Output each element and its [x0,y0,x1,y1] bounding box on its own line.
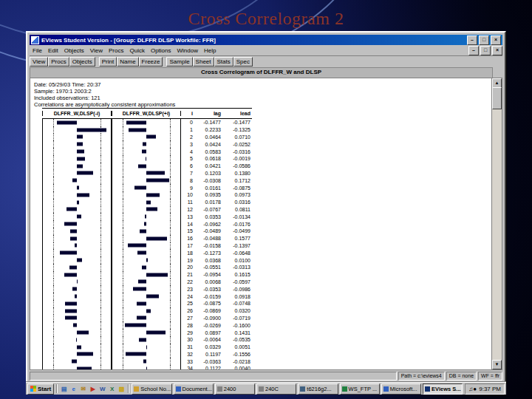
menu-options[interactable]: Options [148,47,174,54]
tool-button-procs[interactable]: Procs [48,57,69,66]
confidence-band-line [123,170,123,177]
table-row: 110.01780.0316 [42,199,252,206]
task-button[interactable]: 240C [256,383,296,395]
ie-icon[interactable]: e [69,385,78,393]
lead-plot-cell-bar [146,200,151,204]
cell-lead: 0.1615 [222,272,252,277]
menu-view[interactable]: View [87,47,106,54]
lead-plot-cell-bar [138,280,146,284]
lead-plot-cell-bar [146,366,147,370]
menu-window[interactable]: Window [174,47,201,54]
confidence-band-line [100,228,101,235]
task-button[interactable]: WS_FTP ... [340,383,380,395]
status-command-area[interactable] [30,372,397,381]
lag-plot-cell-bar [77,171,93,175]
tool-button-freeze[interactable]: Freeze [139,57,163,66]
task-button[interactable]: EViews S... [423,383,463,395]
child-close-button[interactable]: × [492,46,502,55]
tool-button-sheet[interactable]: Sheet [193,57,214,66]
confidence-band-line [53,177,54,184]
confidence-band-line [170,307,171,315]
task-button-label: EViews S... [432,386,460,392]
cell-lag: 0.0421 [193,163,222,168]
start-button[interactable]: Start [27,383,54,395]
folder-icon[interactable]: ▨ [117,385,126,393]
confidence-band-line [123,155,123,163]
child-minimize-button[interactable]: – [468,46,479,55]
cell-lag: -0.0962 [193,222,222,227]
window-titlebar[interactable]: EViews Student Version - [Group: DLFFR D… [30,35,502,45]
tool-button-view[interactable]: View [30,57,48,66]
window-maximize-button[interactable]: □ [479,35,489,45]
lead-plot-cell-bar [140,229,146,233]
tool-button-objects[interactable]: Objects [69,57,95,66]
lead-plot-cell-bar [134,186,146,190]
lead-plot-cell [112,293,181,300]
tool-button-spec[interactable]: Spec [233,57,253,66]
lead-plot-cell-bar [146,309,151,313]
window-close-button[interactable]: × [491,35,501,45]
task-button-label: WS_FTP ... [349,386,378,392]
scrollbar-thumb[interactable] [492,87,502,109]
confidence-band-line [100,235,101,242]
lag-plot-cell [42,307,112,315]
tool-button-sample[interactable]: Sample [166,57,192,66]
child-window-controls: –□× [468,46,502,55]
confidence-band-line [53,329,54,336]
tool-button-name[interactable]: Name [117,57,138,66]
confidence-band-line [53,220,54,228]
lag-plot-cell-bar [65,301,77,305]
scroll-down-icon[interactable]: ▼ [492,360,502,369]
confidence-band-line [53,213,54,220]
confidence-band-line [123,300,123,307]
confidence-band-line [123,235,123,242]
task-button[interactable]: 2400 [215,383,255,395]
confidence-band-line [170,249,171,256]
menu-edit[interactable]: Edit [45,47,61,54]
confidence-band-line [170,220,171,228]
task-button[interactable]: t6216g2... [298,383,338,395]
lag-plot-cell [42,329,112,336]
task-button[interactable]: Microsoft... [381,383,421,395]
table-row: 30.0424-0.0252 [42,140,252,148]
task-button-label: 2400 [224,386,236,392]
task-button[interactable]: Document... [174,383,214,395]
confidence-band-line [100,170,101,177]
confidence-band-line [170,344,171,351]
lag-plot-cell-bar [77,259,82,262]
lead-plot-cell [112,285,181,293]
lead-plot-cell [112,213,181,220]
cell-lead: -0.0499 [222,228,252,233]
confidence-band-line [170,148,171,155]
network-icon[interactable]: ● [473,386,477,392]
task-button-icon [383,386,389,392]
child-maximize-button[interactable]: □ [480,46,491,55]
outlook-icon[interactable]: ✉ [79,385,87,393]
confidence-band-line [53,249,54,256]
menu-help[interactable]: Help [201,47,219,54]
vertical-scrollbar[interactable]: ▲ ▼ [491,78,502,370]
status-path: Path = c:\eviews4 [398,372,445,381]
media-player-icon[interactable]: ▶ [89,385,97,393]
lag-plot-cell-bar [70,236,77,240]
table-row: 17-0.0158-0.1397 [42,242,252,250]
tool-button-stats[interactable]: Stats [214,57,233,66]
menu-objects[interactable]: Objects [61,47,87,54]
task-button[interactable]: School No... [132,383,171,395]
lag-plot-cell [42,140,112,148]
confidence-band-line [123,293,123,300]
confidence-band-line [123,126,123,134]
lag-plot-cell [42,315,112,322]
menu-file[interactable]: File [30,47,45,54]
word-icon[interactable]: W [98,385,106,393]
menu-procs[interactable]: Procs [106,47,126,54]
excel-icon[interactable]: X [108,385,116,393]
show-desktop-icon[interactable]: ▤ [60,385,68,393]
window-minimize-button[interactable]: – [467,35,477,45]
confidence-band-line [170,155,171,163]
cell-lag: -0.1273 [193,250,222,256]
tool-button-print[interactable]: Print [99,57,117,66]
confidence-band-line [100,321,101,329]
menu-quick[interactable]: Quick [126,47,147,54]
lead-plot-cell-bar [129,128,146,132]
